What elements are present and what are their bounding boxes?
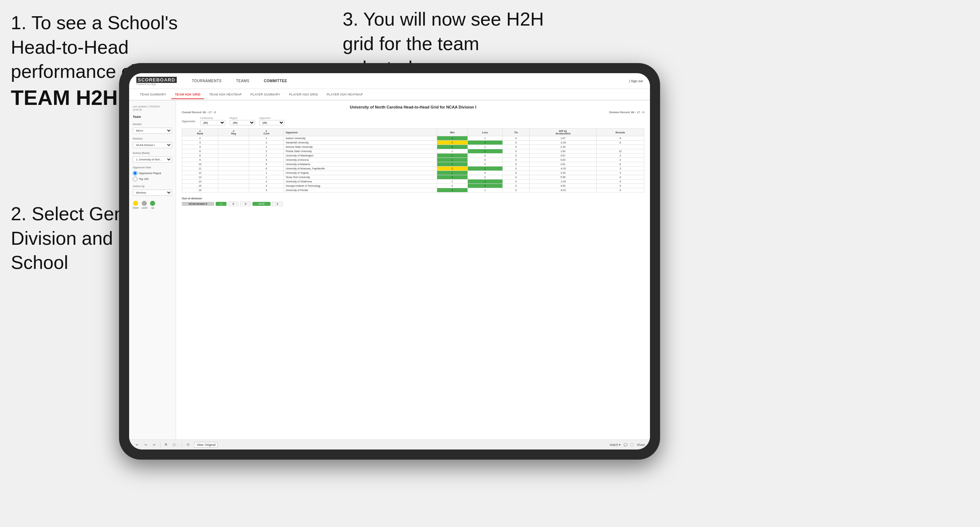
overall-record: Overall Record: 89 - 17 - 0 xyxy=(182,111,216,114)
tablet-screen: SCOREBOARD Powered by clippi TOURNAMENTS… xyxy=(129,73,650,449)
division-label: Division xyxy=(133,137,172,140)
col-loss: Loss xyxy=(468,129,503,136)
toolbar-copy[interactable]: ⧉ xyxy=(163,442,169,447)
legend-level-dot xyxy=(142,201,147,206)
toolbar-comment[interactable]: 💬 xyxy=(624,443,628,447)
out-div-loss: 0 xyxy=(228,202,239,206)
radio-opponents-played[interactable]: Opponents Played xyxy=(133,171,172,176)
school-select[interactable]: 1. University of Nort... xyxy=(133,156,172,163)
toolbar-present[interactable]: ⛶ xyxy=(630,443,634,447)
opponent-view-label: Opponent View xyxy=(133,166,172,169)
toolbar-clock[interactable]: ⏱ xyxy=(185,442,191,447)
toolbar-undo[interactable]: ↩ xyxy=(134,442,140,447)
conference-filter-label: Conference xyxy=(200,117,226,119)
table-row: 131Texas Tech University3005.569 xyxy=(182,175,644,179)
table-row: 93University of Arizona1009.002 xyxy=(182,158,644,162)
h2h-table: #Rank #Reg #Conf Opponent Win Loss Tie D… xyxy=(182,128,644,192)
filter-row: Opponents: Conference (All) Region (All) xyxy=(182,117,644,125)
school-section: School (Rank) 1. University of Nort... xyxy=(133,152,172,163)
table-header-row: #Rank #Reg #Conf Opponent Win Loss Tie D… xyxy=(182,129,644,136)
table-row: 163University of Florida310-6.429 xyxy=(182,188,644,192)
gender-select[interactable]: Men's xyxy=(133,128,172,134)
tab-player-h2h-heatmap[interactable]: PLAYER H2H HEATMAP xyxy=(323,90,367,98)
col-rank: #Rank xyxy=(182,129,218,136)
legend-level-label: Level xyxy=(142,206,148,209)
toolbar-btn3[interactable]: ↩ xyxy=(151,442,157,447)
division-section: Division NCAA Division I xyxy=(133,137,172,148)
legend-up-dot xyxy=(150,201,155,206)
region-filter: Region (All) xyxy=(230,117,255,125)
team-section: Team xyxy=(133,115,172,119)
col-rounds: Rounds xyxy=(597,129,644,136)
region-select[interactable]: (All) xyxy=(230,120,255,125)
region-filter-label: Region xyxy=(230,117,255,119)
toolbar-share[interactable]: Share xyxy=(636,443,645,447)
legend-down-label: Down xyxy=(133,206,139,209)
out-div-label: NCAA Division II xyxy=(182,202,214,206)
gender-label: Gender xyxy=(133,123,172,125)
table-row: 121University of Virginia1002.333 xyxy=(182,171,644,175)
table-row: 142University of Oklahoma120-1.009 xyxy=(182,179,644,184)
grid-title: University of North Carolina Head-to-Hea… xyxy=(182,105,644,109)
nav-tournaments[interactable]: TOURNAMENTS xyxy=(189,78,225,84)
out-div-win: 1 xyxy=(216,202,226,206)
col-opponent: Opponent xyxy=(283,129,437,136)
color-legend: Down Level Up xyxy=(133,201,172,209)
table-row: 41Arizona State University5102.29 xyxy=(182,145,644,149)
colour-by-section: Colour by Win/loss xyxy=(133,185,172,196)
out-of-div-title: Out of division xyxy=(182,197,644,200)
opponent-filter-label: Opponent xyxy=(259,117,285,119)
records-row: Overall Record: 89 - 17 - 0 Division Rec… xyxy=(182,111,644,114)
school-label: School (Rank) xyxy=(133,152,172,154)
main-content: Last Updated: 27/03/2024 16:55:38 Team G… xyxy=(129,100,650,440)
toolbar-watch[interactable]: Watch ▾ xyxy=(609,443,621,447)
col-diff: Diff AvStrokes/Rnd xyxy=(530,129,597,136)
toolbar-view-label[interactable]: View: Original xyxy=(194,442,218,448)
table-row: 154Georgia Institute of Technology0504.5… xyxy=(182,184,644,188)
last-updated-text: Last Updated: 27/03/2024 16:55:38 xyxy=(133,105,172,111)
table-row: 116University of Arkansas, Fayetteville0… xyxy=(182,167,644,171)
table-row: 82University of Washington1003.673 xyxy=(182,154,644,158)
sub-nav: TEAM SUMMARY TEAM H2H GRID TEAM H2H HEAT… xyxy=(129,89,650,100)
out-of-div-row: NCAA Division II 1 0 0 26.00 3 xyxy=(182,202,644,206)
tablet-device: SCOREBOARD Powered by clippi TOURNAMENTS… xyxy=(119,63,660,460)
out-div-rounds: 3 xyxy=(272,202,283,206)
opponent-select[interactable]: (All) xyxy=(259,120,285,125)
table-row: 62Florida State University1201.8312 xyxy=(182,149,644,154)
gender-section: Gender Men's xyxy=(133,123,172,134)
last-updated-section: Last Updated: 27/03/2024 16:55:38 xyxy=(133,105,172,111)
legend-down-dot xyxy=(133,201,138,206)
col-win: Win xyxy=(437,129,468,136)
toolbar: ↩ ↪ ↩ ⧉ ⬡ · ⏱ View: Original Watch ▾ 💬 ⛶… xyxy=(129,440,650,449)
sign-out-link[interactable]: | Sign out xyxy=(629,79,643,83)
conference-select[interactable]: (All) xyxy=(200,120,226,125)
tab-player-summary[interactable]: PLAYER SUMMARY xyxy=(247,90,284,98)
toolbar-right: Watch ▾ 💬 ⛶ Share xyxy=(609,443,645,447)
nav-teams[interactable]: TEAMS xyxy=(233,78,252,84)
tab-team-h2h-grid[interactable]: TEAM H2H GRID xyxy=(171,90,204,99)
logo-text: SCOREBOARD xyxy=(136,77,177,83)
col-conf: #Conf xyxy=(249,129,284,136)
legend-up-label: Up xyxy=(151,206,154,209)
data-area: University of North Carolina Head-to-Hea… xyxy=(176,100,650,440)
colour-by-label: Colour by xyxy=(133,185,172,187)
out-div-tie: 0 xyxy=(240,202,251,206)
col-reg: #Reg xyxy=(218,129,249,136)
toolbar-redo[interactable]: ↪ xyxy=(143,442,149,447)
toolbar-paste[interactable]: ⬡ · xyxy=(171,442,179,447)
division-select[interactable]: NCAA Division I xyxy=(133,142,172,148)
radio-top100[interactable]: Top 100 xyxy=(133,177,172,181)
out-of-division-section: Out of division NCAA Division II 1 0 0 2… xyxy=(182,197,644,206)
table-row: 105University of Alabama3002.618 xyxy=(182,162,644,167)
opponent-view-radios: Opponents Played Top 100 xyxy=(133,171,172,181)
nav-bar: SCOREBOARD Powered by clippi TOURNAMENTS… xyxy=(129,73,650,89)
opponent-filter: Opponent (All) xyxy=(259,117,285,125)
logo-sub: Powered by clippi xyxy=(136,83,177,86)
tab-team-summary[interactable]: TEAM SUMMARY xyxy=(136,90,170,98)
tab-player-h2h-grid[interactable]: PLAYER H2H GRID xyxy=(285,90,321,98)
tab-team-h2h-heatmap[interactable]: TEAM H2H HEATMAP xyxy=(205,90,246,98)
colour-by-select[interactable]: Win/loss xyxy=(133,190,172,196)
table-row: 21Auburn University2101.679 xyxy=(182,136,644,141)
nav-committee[interactable]: COMMITTEE xyxy=(261,78,290,84)
sidebar: Last Updated: 27/03/2024 16:55:38 Team G… xyxy=(129,100,176,440)
